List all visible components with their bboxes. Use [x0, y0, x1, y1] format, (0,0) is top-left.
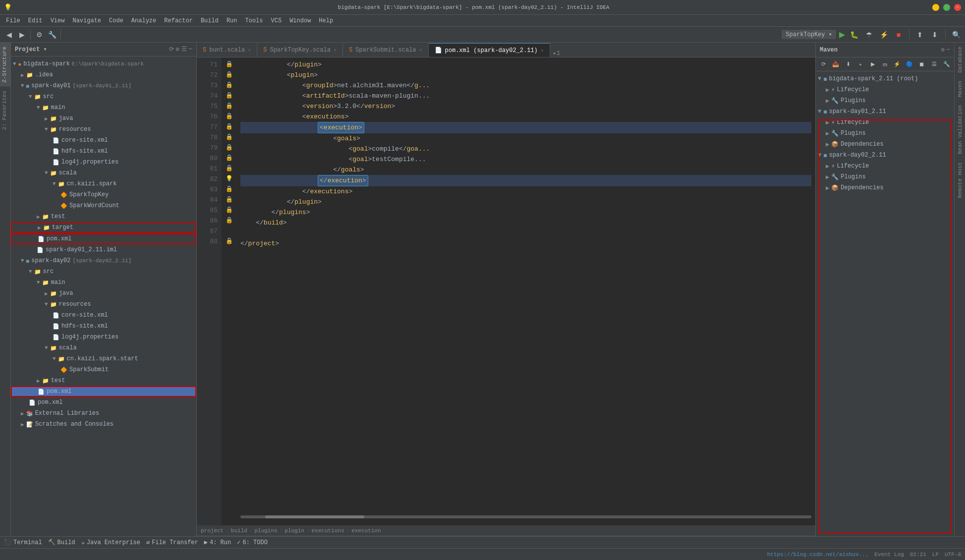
gear-icon[interactable]: ☰ [181, 46, 187, 53]
vcs-update-button[interactable]: ⬆ [914, 29, 926, 41]
tree-day02-hdfs-site[interactable]: 📄 hdfs-site.xml [11, 321, 196, 332]
tree-root-pom[interactable]: 📄 pom.xml [11, 397, 196, 408]
menu-refactor[interactable]: Refactor [160, 16, 197, 25]
tree-day02[interactable]: ▼ ◼ spark-day02 [spark-day02_2.11] [11, 255, 196, 266]
maven-day01[interactable]: ▼ ◼ spark-day01_2.11 [816, 106, 954, 117]
menu-help[interactable]: Help [315, 16, 337, 25]
bc-project[interactable]: project [201, 528, 224, 534]
maven-day02-plugins[interactable]: ▶ 🔧 Plugins [816, 171, 954, 182]
run-button[interactable]: ▶ [839, 30, 845, 39]
menu-run[interactable]: Run [223, 16, 241, 25]
tree-day02-resources[interactable]: ▼ 📁 resources [11, 299, 196, 310]
maximize-button[interactable]: □ [943, 4, 950, 11]
tab-pom-close[interactable]: ✕ [541, 48, 544, 54]
left-vtab-favorites[interactable]: 2: Favorites [0, 87, 10, 134]
maven-day01-plugins[interactable]: ▶ 🔧 Plugins [816, 128, 954, 139]
maven-root[interactable]: ▼ ◼ bigdata-spark_2.11 (root) [816, 73, 954, 84]
tab-bunt[interactable]: S bunt.scala ✕ [197, 43, 257, 57]
maven-run-btn[interactable]: ▶ [867, 58, 878, 70]
stop-button[interactable]: ■ [893, 29, 905, 41]
tree-day02-src[interactable]: ▼ 📁 src [11, 266, 196, 277]
tree-pom-day02[interactable]: 📄 pom.xml [11, 386, 196, 397]
close-button[interactable]: ✕ [954, 4, 961, 11]
menu-file[interactable]: File [2, 16, 24, 25]
menu-code[interactable]: Code [105, 16, 127, 25]
left-vtab-structure[interactable]: Z-Structure [0, 43, 10, 87]
todo-button[interactable]: ✓ 6: TODO [237, 539, 268, 546]
tab-sparksubmit-close[interactable]: ✕ [419, 47, 422, 53]
hide-icon[interactable]: — [189, 46, 192, 53]
bc-build[interactable]: build [231, 528, 247, 534]
maven-dl-src-btn[interactable]: ⬇ [843, 58, 854, 70]
menu-edit[interactable]: Edit [24, 16, 47, 25]
debug-button[interactable]: 🐛 [848, 29, 860, 41]
menu-vcs[interactable]: VCS [267, 16, 286, 25]
tab-pom[interactable]: 📄 pom.xml (spark-day02_2.11) ✕ [429, 43, 550, 57]
tree-target[interactable]: ▶ 📁 target [11, 222, 196, 233]
bc-execution[interactable]: execution [351, 528, 381, 534]
menu-tools[interactable]: Tools [241, 16, 267, 25]
menu-view[interactable]: View [47, 16, 69, 25]
tree-day01-test[interactable]: ▶ 📁 test [11, 211, 196, 222]
maven-day02-deps[interactable]: ▶ 📦 Dependencies [816, 182, 954, 193]
tree-day01-resources[interactable]: ▼ 📁 resources [11, 124, 196, 135]
maven-config-btn[interactable]: 🔧 [941, 58, 952, 70]
maven-toggle-btn[interactable]: 🔵 [904, 58, 915, 70]
maven-download-btn[interactable]: 📥 [830, 58, 842, 70]
maven-root-lifecycle[interactable]: ▶ ⚡ Lifecycle [816, 84, 954, 95]
tree-sparkwordcount[interactable]: 🔶 SparkWordCount [11, 200, 196, 211]
tree-day02-log4j[interactable]: 📄 log4j.properties [11, 332, 196, 342]
tree-day01[interactable]: ▼ ◼ spark-day01 [spark-day01_2.11] [11, 80, 196, 91]
settings-button[interactable]: ⚙ [33, 29, 45, 41]
tree-external-libs[interactable]: ▶ 📚 External Libraries [11, 408, 196, 419]
maven-day01-lifecycle[interactable]: ▶ ⚡ Lifecycle [816, 117, 954, 128]
maven-settings-icon[interactable]: ⚙ [941, 46, 945, 54]
run-config-dropdown[interactable]: SparkTopKey ▾ [782, 30, 836, 39]
tree-day01-java[interactable]: ▶ 📁 java [11, 113, 196, 124]
h-scrollbar-thumb[interactable] [265, 515, 364, 518]
tree-core-site[interactable]: 📄 core-site.xml [11, 135, 196, 146]
menu-window[interactable]: Window [285, 16, 315, 25]
tree-day02-pkg[interactable]: ▼ 📁 cn.kaizi.spark.start [11, 353, 196, 364]
tree-day01-src[interactable]: ▼ 📁 src [11, 91, 196, 102]
tab-sparktopkey-close[interactable]: ✕ [334, 47, 337, 53]
maven-root-plugins[interactable]: ▶ 🔧 Plugins [816, 95, 954, 106]
maven-close-icon[interactable]: — [947, 46, 950, 54]
tree-iml[interactable]: 📄 spark-day01_2.11.iml [11, 244, 196, 255]
java-enterprise-button[interactable]: ☕ Java Enterprise [81, 539, 140, 546]
right-tab-maven[interactable]: Maven [956, 77, 965, 101]
tree-root[interactable]: ▼ ◆ bigdata-spark E:\Spark\bigdata-spark [11, 58, 196, 69]
file-transfer-button[interactable]: ⇄ File Transfer [146, 539, 198, 546]
coverage-button[interactable]: ☂ [863, 29, 875, 41]
tree-sparksubmit[interactable]: 🔶 SparkSubmit [11, 364, 196, 375]
tree-pkg[interactable]: ▼ 📁 cn.kaizi.spark [11, 178, 196, 189]
forward-button[interactable]: ▶ [16, 29, 28, 41]
code-editor[interactable]: 71 72 73 74 75 76 77 78 79 80 81 82 83 8… [197, 57, 815, 525]
maven-day02-lifecycle[interactable]: ▶ ⚡ Lifecycle [816, 161, 954, 171]
profile-button[interactable]: ⚡ [878, 29, 890, 41]
maven-day02[interactable]: ▼ ◼ spark-day02_2.11 [816, 150, 954, 161]
tree-idea[interactable]: ▶ 📁 .idea [11, 69, 196, 80]
sdk-button[interactable]: 🔧 [46, 29, 58, 41]
run-button-bottom[interactable]: ▶ 4: Run [204, 539, 231, 546]
back-button[interactable]: ◀ [3, 29, 15, 41]
maven-sort-btn[interactable]: ☰ [928, 58, 940, 70]
vcs-push-button[interactable]: ⬇ [929, 29, 941, 41]
bc-plugins[interactable]: plugins [254, 528, 277, 534]
status-url[interactable]: https://blog.csdn.net/aishuv... [767, 552, 869, 558]
search-everywhere-button[interactable]: 🔍 [950, 29, 962, 41]
tree-pom-day01[interactable]: 📄 pom.xml [11, 233, 196, 244]
tab-sparksubmit[interactable]: S SparkSubmit.scala ✕ [343, 43, 429, 57]
tree-hdfs-site[interactable]: 📄 hdfs-site.xml [11, 146, 196, 157]
minimize-button[interactable]: — [932, 4, 939, 11]
build-button[interactable]: 🔨 Build [48, 539, 75, 546]
tree-day02-main[interactable]: ▼ 📁 main [11, 277, 196, 288]
menu-build[interactable]: Build [197, 16, 223, 25]
tree-day02-test[interactable]: ▶ 📁 test [11, 375, 196, 386]
event-log-button[interactable]: Event Log [874, 552, 904, 558]
right-tab-database[interactable]: Database [956, 43, 965, 77]
maven-collapse-btn[interactable]: ◼ [916, 58, 928, 70]
menu-navigate[interactable]: Navigate [68, 16, 105, 25]
tab-bunt-close[interactable]: ✕ [248, 47, 251, 53]
sync-icon[interactable]: ⟳ [169, 46, 174, 53]
